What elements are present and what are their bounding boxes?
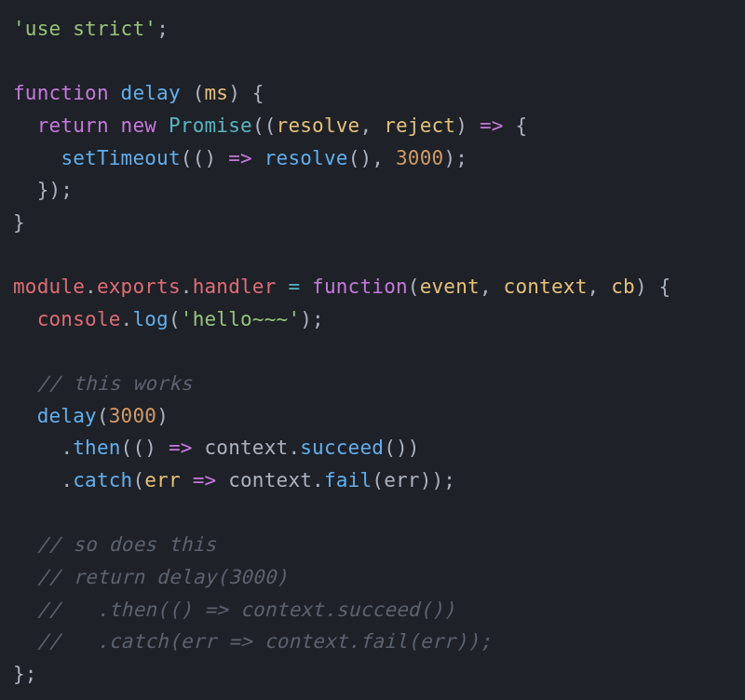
param-err: err	[144, 469, 181, 491]
indent	[13, 469, 61, 491]
number-literal: 3000	[396, 147, 443, 169]
string-literal: 'use strict'	[13, 18, 156, 40]
code-line-2	[13, 46, 732, 78]
method-log: log	[132, 308, 169, 330]
number-literal: 3000	[109, 405, 156, 427]
brace-open: {	[504, 114, 528, 137]
comment: // this works	[37, 372, 193, 395]
space	[252, 147, 264, 169]
paren-open: ((	[252, 114, 277, 137]
comment: // so does this	[37, 533, 217, 556]
code-line-9: module.exports.handler = function(event,…	[13, 271, 732, 303]
param-event: event	[420, 276, 480, 298]
space	[193, 437, 205, 459]
param-context: context	[504, 276, 588, 298]
paren-close: ())	[384, 437, 420, 459]
paren-open: (()	[121, 437, 169, 459]
indent	[13, 533, 37, 556]
comma: ,	[480, 276, 504, 298]
property-exports: exports	[97, 276, 181, 298]
semicolon: ;	[156, 18, 169, 40]
code-line-8	[13, 238, 732, 271]
indent	[13, 179, 37, 201]
object-module: module	[13, 276, 85, 298]
code-line-6: });	[13, 174, 732, 207]
code-line-20: // .catch(err => context.fail(err));	[13, 626, 732, 658]
dot: .	[61, 469, 73, 491]
code-line-10: console.log('hello~~~');	[13, 303, 732, 336]
paren-close: ));	[420, 469, 456, 491]
keyword-new: new	[121, 114, 157, 137]
dot: .	[312, 469, 324, 491]
comment: // .catch(err => context.fail(err));	[37, 630, 492, 653]
dot: .	[85, 276, 97, 298]
code-line-18: // return delay(3000)	[13, 561, 732, 594]
type-promise: Promise	[169, 114, 252, 137]
comment: // return delay(3000)	[37, 566, 289, 588]
code-line-1: 'use strict';	[13, 13, 732, 46]
paren-open: (	[169, 308, 181, 330]
code-line-3: function delay (ms) {	[13, 77, 732, 110]
identifier-context: context	[228, 469, 312, 491]
code-line-21: };	[13, 658, 732, 691]
code-line-4: return new Promise((resolve, reject) => …	[13, 110, 732, 142]
dot: .	[121, 308, 133, 330]
keyword-return: return	[37, 114, 109, 137]
code-line-16	[13, 497, 732, 530]
paren-close: ) {	[228, 82, 264, 104]
code-line-5: setTimeout(() => resolve(), 3000);	[13, 142, 732, 175]
method-catch: catch	[73, 469, 132, 491]
equals-operator: =	[288, 276, 300, 298]
space	[300, 276, 312, 298]
function-delay: delay	[37, 405, 97, 427]
param-reject: reject	[384, 114, 455, 137]
code-editor[interactable]: 'use strict'; function delay (ms) { retu…	[13, 13, 732, 690]
indent	[13, 114, 37, 137]
space	[181, 469, 193, 491]
space	[109, 114, 121, 137]
dot: .	[181, 276, 193, 298]
arrow-icon: =>	[169, 437, 193, 459]
indent	[13, 147, 61, 169]
paren-open: (	[408, 276, 420, 298]
paren-close: )	[455, 114, 480, 137]
function-resolve: resolve	[264, 147, 348, 169]
brace-close: };	[13, 663, 37, 685]
brace-close: }	[13, 211, 25, 234]
indent	[13, 308, 37, 330]
method-succeed: succeed	[300, 437, 384, 459]
indent	[13, 599, 37, 621]
dot: .	[288, 437, 300, 459]
space	[216, 469, 228, 491]
paren-open: (	[181, 82, 205, 104]
keyword-function: function	[312, 276, 408, 298]
paren-open: (	[372, 469, 384, 491]
space	[156, 114, 169, 137]
code-line-17: // so does this	[13, 529, 732, 561]
comment: // .then(() => context.succeed())	[37, 599, 456, 621]
code-line-13: delay(3000)	[13, 400, 732, 433]
function-setTimeout: setTimeout	[61, 147, 180, 169]
comma: ,	[359, 114, 384, 137]
code-line-12: // this works	[13, 368, 732, 400]
paren-open: (	[97, 405, 109, 427]
property-handler: handler	[193, 276, 277, 298]
param-cb: cb	[611, 276, 635, 298]
arrow-icon: =>	[480, 114, 504, 137]
identifier-context: context	[205, 437, 289, 459]
indent	[13, 437, 61, 459]
code-line-19: // .then(() => context.succeed())	[13, 594, 732, 626]
dot: .	[61, 437, 73, 459]
identifier-err: err	[384, 469, 420, 491]
paren-open: (	[132, 469, 144, 491]
indent	[13, 405, 37, 427]
brace-close: });	[37, 179, 74, 201]
code-line-15: .catch(err => context.fail(err));	[13, 464, 732, 497]
object-console: console	[37, 308, 121, 330]
function-name: delay	[121, 82, 181, 104]
paren-close: );	[443, 147, 467, 169]
space	[277, 276, 289, 298]
paren-close: ) {	[635, 276, 671, 298]
code-line-14: .then(() => context.succeed())	[13, 432, 732, 464]
code-line-11	[13, 335, 732, 368]
